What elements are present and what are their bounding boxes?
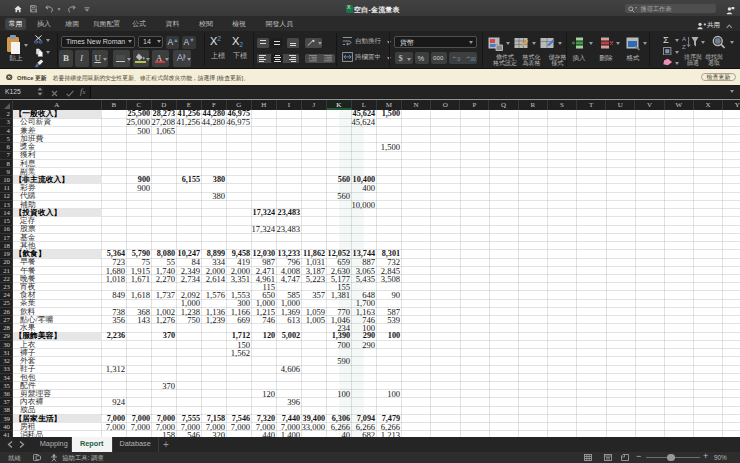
svg-text:Z: Z xyxy=(682,43,686,50)
svg-text:.0: .0 xyxy=(457,57,461,62)
svg-text:A: A xyxy=(682,35,687,42)
svg-text:.00: .00 xyxy=(470,57,476,62)
